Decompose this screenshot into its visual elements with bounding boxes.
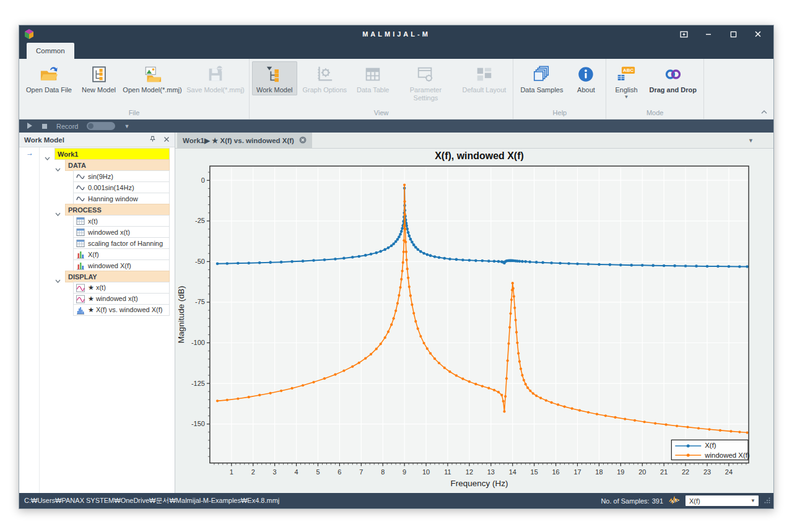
ribbon-button-data-samples[interactable]: Data Samples: [516, 61, 567, 95]
work-model-icon: [265, 65, 284, 84]
table-icon: [76, 239, 85, 248]
tree-item-x-t[interactable]: ★ x(t): [73, 282, 170, 294]
histogram-icon: [76, 306, 85, 315]
bar-chart-icon: [76, 250, 85, 259]
ribbon-group-file: Open Data FileNew ModelOpen Model(*.mmj)…: [19, 59, 250, 119]
svg-text:1: 1: [230, 468, 233, 476]
tree-root-work1[interactable]: Work1: [54, 148, 170, 160]
ribbon-button-label: Save Model(*.mmj): [186, 86, 245, 94]
x-axis-label: Frequency (Hz): [451, 479, 508, 488]
ribbon-button-label: About: [577, 86, 595, 94]
svg-text:18: 18: [595, 468, 603, 476]
svg-text:21: 21: [660, 468, 668, 476]
pin-icon[interactable]: [149, 136, 156, 144]
stop-icon[interactable]: [41, 121, 48, 132]
signal-icon: [669, 496, 680, 506]
ribbon-button-data-table: Data Table: [352, 61, 393, 95]
open-data-file-icon: [40, 65, 58, 84]
record-dropdown-icon[interactable]: ▼: [124, 123, 129, 129]
ribbon-button-work-model[interactable]: Work Model: [252, 61, 297, 95]
samples-value: 391: [652, 497, 663, 505]
tree-item-sin-9hz[interactable]: sin(9Hz): [73, 170, 170, 182]
svg-text:11: 11: [444, 468, 451, 476]
close-icon[interactable]: [754, 30, 762, 38]
sine-icon: [76, 183, 85, 192]
document-tab[interactable]: Work1▶ ★ X(f) vs. windowed X(f): [177, 133, 312, 148]
svg-text:19: 19: [617, 468, 624, 476]
sine-icon: [76, 194, 85, 203]
svg-text:14: 14: [509, 468, 516, 476]
tree-item-0-001sin-14hz[interactable]: 0.001sin(14Hz): [73, 181, 170, 193]
svg-text:5: 5: [316, 468, 320, 476]
tree-item-x-f-vs-windowed-x-f[interactable]: ★ X(f) vs. windowed X(f): [73, 304, 170, 316]
svg-text:4: 4: [295, 468, 298, 476]
tree-item-windowed-x-t[interactable]: windowed x(t): [73, 226, 170, 238]
tab-list-dropdown-icon[interactable]: ▼: [748, 137, 754, 144]
tree-item-x-t[interactable]: x(t): [73, 215, 170, 227]
tree-item-x-f[interactable]: X(f): [73, 248, 170, 260]
chart-svg: 1234567891011121314151617181920212223240…: [175, 149, 773, 495]
minimize-icon[interactable]: [704, 30, 713, 38]
ribbon-group-view: Work ModelGraph OptionsData TableParamet…: [250, 59, 513, 119]
tree-section-data[interactable]: DATA: [65, 159, 170, 171]
ribbon-button-english[interactable]: ABCEnglish▼: [609, 61, 643, 102]
tree-item-windowed-x-t[interactable]: ★ windowed x(t): [73, 293, 170, 305]
file-path: C:₩Users₩PANAX SYSTEM₩OneDrive₩문서₩Malmij…: [19, 496, 279, 505]
svg-text:-100: -100: [191, 339, 205, 346]
tree-item-windowed-x-f[interactable]: windowed X(f): [73, 259, 170, 271]
tree-section-process[interactable]: PROCESS: [65, 204, 170, 216]
ribbon-button-open-model-mmj[interactable]: Open Model(*.mmj): [121, 61, 183, 95]
ribbon-group-label: View: [251, 109, 511, 119]
ribbon-tab-common[interactable]: Common: [27, 43, 74, 59]
svg-text:22: 22: [682, 468, 689, 476]
signal-selector[interactable]: X(f) ▼: [685, 495, 759, 506]
app-window: MALMIJAL-M Common Open Data FileNew Mode…: [19, 25, 774, 509]
chevron-down-icon[interactable]: ▼: [615, 94, 637, 100]
ribbon: Open Data FileNew ModelOpen Model(*.mmj)…: [19, 59, 773, 120]
maximize-icon[interactable]: [729, 30, 738, 38]
tree-item-hanning-window[interactable]: Hanning window: [73, 193, 170, 204]
goto-arrow-icon[interactable]: →: [26, 149, 33, 157]
tree-section-display[interactable]: DISPLAY: [65, 271, 170, 282]
ribbon-group-help: Data SamplesAboutHelp: [513, 59, 606, 119]
svg-text:-75: -75: [195, 298, 205, 305]
svg-text:2: 2: [251, 468, 255, 476]
svg-text:9: 9: [403, 468, 406, 476]
samples-label: No. of Samples:: [601, 497, 649, 505]
ribbon-button-open-data-file[interactable]: Open Data File: [22, 61, 76, 95]
collapse-ribbon-icon[interactable]: [761, 105, 767, 116]
line-chart-icon: [76, 284, 85, 292]
ribbon-button-save-model-mmj: Save Model(*.mmj): [185, 61, 246, 95]
y-axis-label: Magnitude (dB): [176, 286, 186, 343]
new-window-icon[interactable]: [679, 30, 688, 38]
ribbon-button-about[interactable]: About: [568, 61, 603, 95]
svg-text:0: 0: [201, 177, 205, 184]
record-toggle[interactable]: [87, 122, 115, 130]
parameter-settings-icon: [416, 65, 435, 84]
panel-close-icon[interactable]: [163, 136, 170, 144]
ribbon-group-mode: ABCEnglish▼Drag and DropMode: [606, 59, 703, 119]
window-title: MALMIJAL-M: [19, 30, 773, 38]
work-model-tree: →Work1DATAsin(9Hz)0.001sin(14Hz)Hanning …: [19, 147, 175, 493]
ribbon-button-label: New Model: [82, 86, 116, 94]
svg-text:3: 3: [273, 468, 277, 476]
new-model-icon: [90, 65, 108, 84]
toggle-knob: [88, 123, 94, 129]
ribbon-button-new-model[interactable]: New Model: [77, 61, 120, 95]
tab-close-icon[interactable]: [299, 136, 307, 145]
document-tab-bar: Work1▶ ★ X(f) vs. windowed X(f) ▼: [175, 133, 773, 149]
ribbon-button-parameter-settings: Parameter Settings: [394, 61, 456, 103]
record-label: Record: [56, 123, 78, 130]
resize-grip[interactable]: [764, 497, 770, 505]
table-icon: [76, 228, 85, 237]
ribbon-group-label: File: [21, 109, 247, 119]
default-layout-icon: [475, 65, 494, 84]
main-area: Work Model →Work1DATAsin(9Hz)0.001sin(14…: [19, 133, 773, 493]
play-icon[interactable]: [27, 121, 33, 132]
tree-item-scaling-factor-of-hanning[interactable]: scaling factor of Hanning: [73, 237, 170, 249]
svg-text:X(f): X(f): [705, 442, 716, 449]
english-icon: ABC: [617, 65, 635, 84]
ribbon-button-drag-and-drop[interactable]: Drag and Drop: [645, 61, 700, 95]
work-model-panel: Work Model →Work1DATAsin(9Hz)0.001sin(14…: [19, 133, 175, 493]
svg-text:-25: -25: [195, 217, 205, 224]
